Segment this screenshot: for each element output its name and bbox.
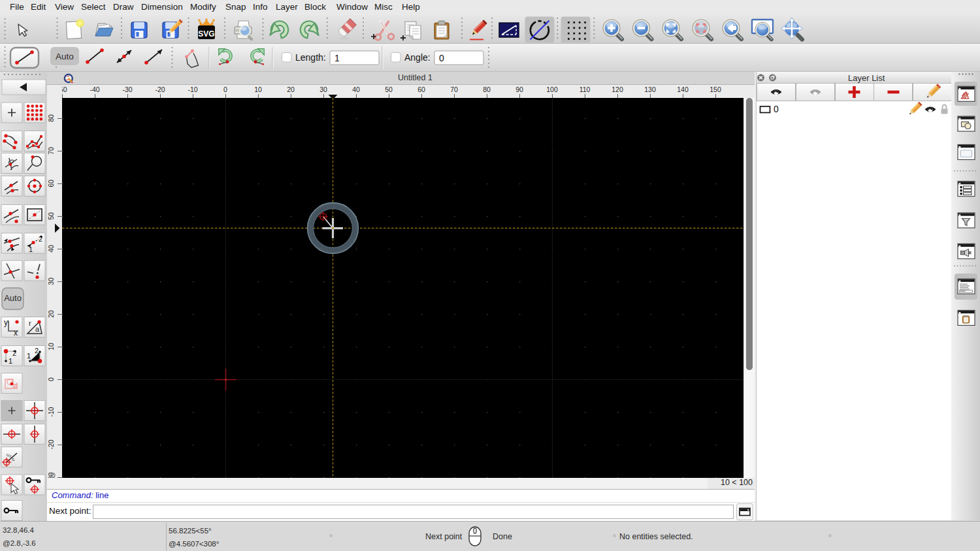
- svg-text:Auto: Auto: [56, 52, 74, 61]
- svg-text:Length:: Length:: [295, 52, 326, 63]
- svg-text:Auto: Auto: [4, 293, 22, 303]
- svg-text:-20: -20: [47, 439, 55, 449]
- svg-text:1: 1: [29, 245, 33, 253]
- svg-text:150: 150: [710, 86, 721, 93]
- svg-text:1: 1: [27, 352, 31, 360]
- svg-text:60: 60: [47, 180, 55, 187]
- svg-text:Angle:: Angle:: [404, 52, 431, 63]
- svg-text:140: 140: [677, 86, 689, 93]
- svg-text:90: 90: [515, 86, 523, 93]
- svg-text:70: 70: [47, 147, 55, 155]
- svg-text:50: 50: [47, 212, 55, 220]
- svg-text:r: r: [29, 319, 31, 327]
- svg-text:2: 2: [12, 349, 16, 357]
- svg-text:1: 1: [335, 53, 340, 63]
- svg-text:10: 10: [254, 86, 262, 93]
- svg-text:40: 40: [352, 86, 360, 93]
- svg-text:-20: -20: [155, 86, 165, 93]
- svg-text:-50: -50: [62, 86, 67, 93]
- svg-text:80: 80: [47, 114, 55, 122]
- svg-text:60: 60: [417, 86, 425, 93]
- svg-text:30: 30: [47, 277, 55, 285]
- svg-text:SVG: SVG: [198, 29, 214, 39]
- svg-text:-40: -40: [90, 86, 99, 93]
- svg-text:120: 120: [612, 86, 623, 93]
- svg-text:110: 110: [580, 86, 591, 93]
- svg-text:y: y: [4, 318, 8, 327]
- svg-text:a: a: [35, 325, 40, 333]
- svg-text:0: 0: [439, 53, 444, 63]
- svg-text:10: 10: [47, 343, 55, 351]
- svg-text:2: 2: [35, 347, 39, 354]
- svg-text:50: 50: [385, 86, 393, 93]
- svg-text:70: 70: [450, 86, 458, 93]
- svg-text:x: x: [14, 328, 18, 338]
- svg-text:-10: -10: [47, 407, 55, 417]
- svg-text:80: 80: [483, 86, 491, 93]
- svg-text:130: 130: [644, 86, 656, 93]
- svg-text:0: 0: [774, 104, 779, 114]
- svg-text:0: 0: [47, 377, 55, 381]
- svg-text:40: 40: [47, 245, 55, 253]
- svg-text:20: 20: [287, 86, 295, 93]
- svg-text:-10: -10: [188, 86, 197, 93]
- svg-text:20: 20: [47, 310, 55, 318]
- svg-text:0: 0: [223, 86, 227, 93]
- svg-text:1: 1: [8, 357, 12, 365]
- svg-text:30: 30: [319, 86, 327, 93]
- svg-text:-30: -30: [122, 86, 132, 93]
- svg-text:100: 100: [546, 86, 558, 93]
